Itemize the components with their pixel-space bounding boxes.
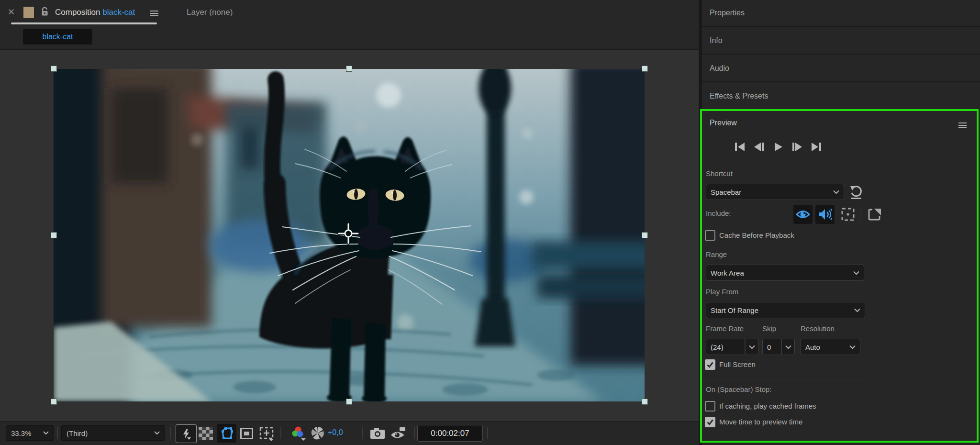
cache-before-playback-label: Cache Before Playback xyxy=(719,231,794,239)
channel-color-button[interactable] xyxy=(290,426,306,443)
skip-chevron[interactable] xyxy=(781,339,795,355)
composition-image xyxy=(54,69,645,401)
first-frame-button[interactable] xyxy=(734,141,746,153)
eye-icon xyxy=(796,209,810,220)
speaker-icon xyxy=(818,208,832,221)
exposure-offset-value[interactable]: +0,0 xyxy=(328,428,343,437)
play-from-label: Play From xyxy=(706,288,738,296)
transport-controls xyxy=(734,141,823,153)
include-audio-button[interactable] xyxy=(815,205,835,224)
exposure-button[interactable] xyxy=(311,426,324,442)
region-of-interest-icon xyxy=(240,428,253,439)
if-caching-checkbox[interactable] xyxy=(705,401,715,412)
viewer-toolbar: 33.3% (Third) xyxy=(0,421,699,445)
play-external-icon xyxy=(868,207,882,222)
reset-shortcut-icon[interactable] xyxy=(849,185,863,201)
previous-frame-button[interactable] xyxy=(753,141,765,153)
show-snapshot-icon xyxy=(390,427,406,440)
panel-tab-bar: ✕ Composition black-cat Layer (none) xyxy=(0,0,699,28)
full-screen-checkbox[interactable] xyxy=(705,359,715,370)
tab-composition-name: black-cat xyxy=(102,8,135,17)
chevron-down-icon xyxy=(849,345,856,349)
show-snapshot-button[interactable] xyxy=(390,427,406,442)
range-label: Range xyxy=(706,250,727,258)
selection-handle-top-left[interactable] xyxy=(51,66,57,72)
tab-menu-icon[interactable] xyxy=(150,9,158,18)
preview-panel-title[interactable]: Preview xyxy=(710,119,737,127)
fast-previews-button[interactable] xyxy=(176,424,197,443)
shortcut-label: Shortcut xyxy=(706,169,733,178)
skip-dropdown[interactable]: 0 xyxy=(762,339,781,355)
close-icon[interactable]: ✕ xyxy=(8,8,15,16)
preview-time-value: 0:00:02:07 xyxy=(431,429,469,438)
transparency-grid-button[interactable] xyxy=(199,427,213,442)
shortcut-dropdown[interactable]: Spacebar xyxy=(706,184,844,200)
after-effects-window: ✕ Composition black-cat Layer (none) bla… xyxy=(0,0,980,445)
selection-handle-bottom-right[interactable] xyxy=(642,399,648,405)
full-screen-label: Full Screen xyxy=(719,360,756,368)
play-button[interactable] xyxy=(772,141,784,153)
composition-view-tab[interactable]: black-cat xyxy=(23,29,92,44)
channel-color-icon xyxy=(290,426,306,441)
resolution-preview-dropdown[interactable]: Auto xyxy=(801,339,860,355)
selection-handle-bottom-center[interactable] xyxy=(346,399,352,405)
region-of-interest-button[interactable] xyxy=(240,428,253,441)
frame-rate-label: Frame Rate xyxy=(706,324,744,333)
panel-header-audio[interactable]: Audio xyxy=(702,56,980,82)
resolution-preview-value: Auto xyxy=(805,343,820,351)
magnification-dropdown[interactable]: 33.3% xyxy=(6,425,54,441)
move-time-label: Move time to preview time xyxy=(719,418,802,426)
play-external-button[interactable] xyxy=(866,206,883,223)
composition-view-area[interactable] xyxy=(0,49,699,422)
snapshot-camera-icon xyxy=(370,427,385,439)
unlock-icon[interactable] xyxy=(41,6,49,19)
range-dropdown[interactable]: Work Area xyxy=(706,265,864,281)
resolution-value: (Third) xyxy=(67,429,88,437)
selection-handle-middle-left[interactable] xyxy=(51,232,57,238)
selection-handle-top-center[interactable] xyxy=(346,66,352,72)
cache-before-playback-checkbox[interactable] xyxy=(705,230,715,241)
take-snapshot-button[interactable] xyxy=(370,427,385,441)
frame-rate-chevron[interactable] xyxy=(745,339,758,355)
mask-visibility-icon xyxy=(220,427,234,440)
resolution-dropdown[interactable]: (Third) xyxy=(61,425,165,441)
skip-label: Skip xyxy=(762,324,776,333)
frame-rate-dropdown[interactable]: (24) xyxy=(706,339,745,355)
preview-time-field[interactable]: 0:00:02:07 xyxy=(417,425,483,442)
selection-handle-middle-right[interactable] xyxy=(642,232,648,238)
transparency-grid-icon xyxy=(199,427,213,440)
selection-handle-bottom-left[interactable] xyxy=(51,399,57,405)
selection-handle-top-right[interactable] xyxy=(642,66,648,72)
play-from-dropdown[interactable]: Start Of Range xyxy=(706,302,865,318)
shortcut-value: Spacebar xyxy=(711,188,741,196)
panel-header-properties[interactable]: Properties xyxy=(702,0,980,27)
tab-composition-label: Composition xyxy=(55,8,100,17)
on-stop-label: On (Spacebar) Stop: xyxy=(706,385,772,393)
composition-viewer-panel: ✕ Composition black-cat Layer (none) bla… xyxy=(0,0,699,445)
last-frame-button[interactable] xyxy=(810,141,823,153)
if-caching-label: If caching, play cached frames xyxy=(719,402,816,410)
chevron-down-icon xyxy=(854,308,860,312)
color-swatch[interactable] xyxy=(23,7,34,18)
include-video-button[interactable] xyxy=(793,205,813,224)
magnification-value: 33.3% xyxy=(11,429,32,437)
active-tab-underline xyxy=(11,22,157,24)
play-from-value: Start Of Range xyxy=(711,306,758,314)
include-label: Include: xyxy=(706,209,731,217)
preview-panel: Preview Shortcut Spacebar xyxy=(700,109,979,443)
chevron-down-icon xyxy=(154,431,160,435)
tab-composition[interactable]: Composition black-cat xyxy=(55,8,135,17)
fast-previews-icon xyxy=(180,428,192,440)
next-frame-button[interactable] xyxy=(791,141,803,153)
exposure-icon xyxy=(311,426,324,440)
mask-visibility-button[interactable] xyxy=(217,424,236,443)
chevron-down-icon xyxy=(785,345,791,349)
panel-header-info[interactable]: Info xyxy=(702,28,980,55)
move-time-checkbox[interactable] xyxy=(705,417,715,427)
include-overlays-button[interactable] xyxy=(839,206,857,223)
preview-panel-menu-icon[interactable] xyxy=(958,121,967,130)
tab-layer[interactable]: Layer (none) xyxy=(187,8,233,17)
range-value: Work Area xyxy=(711,269,744,277)
panel-header-effects-presets[interactable]: Effects & Presets xyxy=(702,83,980,110)
grid-guides-button[interactable] xyxy=(259,427,275,443)
